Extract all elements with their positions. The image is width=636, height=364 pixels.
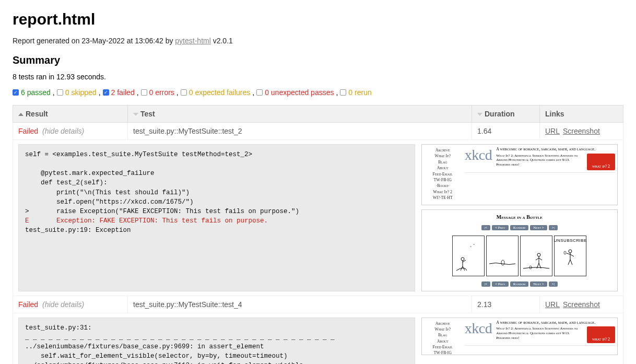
sort-icon (133, 113, 138, 116)
comic-nav: |< < Prev Random Next > >| (424, 225, 615, 230)
svg-line-18 (570, 254, 574, 256)
comic-panel (486, 236, 519, 276)
nav-last[interactable]: >| (549, 281, 558, 287)
col-links: Links (540, 105, 623, 123)
traceback: self = <examples.test_suite.MyTestSuite … (18, 144, 415, 291)
col-result[interactable]: Result (13, 105, 128, 123)
traceback: test_suite.py:31: _ _ _ _ _ _ _ _ _ _ _ … (18, 318, 415, 364)
whatif-badge: what if? 2 (587, 154, 615, 170)
screenshot-thumbnail[interactable]: ArchiveWhat If?BlagAboutFeed·EmailTW·FB·… (421, 318, 618, 355)
filter-skipped[interactable]: 0 skipped (65, 88, 97, 97)
link-screenshot[interactable]: Screenshot (563, 300, 600, 309)
col-duration-label: Duration (485, 110, 515, 118)
screenshot-thumbnail[interactable]: ArchiveWhat If?BlagAboutFeed·EmailTW·FB·… (421, 144, 618, 205)
pytest-html-link[interactable]: pytest-html (175, 37, 210, 45)
test-duration: 1.64 (472, 123, 540, 140)
col-duration[interactable]: Duration (472, 105, 540, 123)
svg-line-11 (539, 258, 542, 260)
report-meta: Report generated on 23-May-2022 at 13:06… (13, 37, 623, 45)
xkcd-subline: What If? 2: Additional Serious Scientifi… (496, 326, 585, 340)
col-test[interactable]: Test (128, 105, 472, 123)
col-links-label: Links (545, 110, 564, 118)
nav-next[interactable]: Next > (530, 281, 547, 287)
svg-point-7 (501, 260, 504, 265)
svg-point-0 (461, 257, 464, 261)
traceback-error: E Exception: FAKE EXCEPTION: This test f… (25, 217, 268, 225)
svg-line-17 (567, 253, 570, 254)
nav-first[interactable]: |< (481, 225, 490, 230)
svg-text:~: ~ (470, 245, 472, 248)
page-title: report.html (13, 10, 623, 28)
checkbox-expected[interactable] (181, 89, 187, 96)
hide-details-link[interactable]: (hide details) (42, 300, 84, 309)
meta-suffix: v2.0.1 (211, 37, 233, 45)
filter-expected-failures[interactable]: 0 expected failures (189, 88, 251, 97)
filter-bar: ✓ 6 passed, 0 skipped, ✓ 2 failed, 0 err… (13, 88, 623, 97)
screenshot-thumbnail[interactable]: Message in a Bottle |< < Prev Random Nex… (421, 209, 618, 291)
summary-heading: Summary (13, 54, 623, 66)
panel-text: UNSUBSCRIBE (554, 238, 587, 243)
comic-panel: ~~ (452, 236, 485, 276)
sort-asc-icon (18, 113, 23, 116)
checkbox-failed[interactable]: ✓ (103, 89, 109, 96)
svg-point-15 (569, 250, 572, 253)
comic-panel: UNSUBSCRIBE (554, 236, 586, 276)
filter-passed[interactable]: 6 passed (21, 88, 51, 97)
nav-first[interactable]: |< (481, 281, 490, 287)
nav-prev[interactable]: < Prev (492, 225, 509, 230)
filter-rerun[interactable]: 0 rerun (348, 88, 371, 97)
filter-failed[interactable]: 2 failed (111, 88, 135, 97)
xkcd-logo: xkcd (465, 147, 492, 163)
detail-row: test_suite.py:31: _ _ _ _ _ _ _ _ _ _ _ … (13, 313, 623, 364)
meta-prefix: Report generated on 23-May-2022 at 13:06… (13, 37, 175, 45)
link-url[interactable]: URL (545, 300, 560, 309)
filter-unexpected-passes[interactable]: 0 unexpected passes (265, 88, 334, 97)
comic-nav-bottom: |< < Prev Random Next > >| (424, 281, 615, 287)
nav-next[interactable]: Next > (530, 225, 547, 230)
col-test-label: Test (140, 110, 155, 118)
checkbox-errors[interactable] (141, 89, 147, 96)
svg-point-8 (537, 253, 540, 256)
svg-line-19 (568, 260, 570, 265)
link-screenshot[interactable]: Screenshot (563, 127, 600, 135)
status-badge: Failed (18, 300, 38, 309)
checkbox-unexpected[interactable] (256, 89, 263, 96)
comic-title: Message in a Bottle (424, 214, 615, 220)
xkcd-sidebar: ArchiveWhat If?BlagAboutFeed·EmailTW·FB·… (424, 147, 462, 203)
filter-errors[interactable]: 0 errors (149, 88, 174, 97)
table-row: Failed (hide details) test_suite.py::MyT… (13, 123, 623, 140)
comic-panel (520, 236, 552, 276)
comic-panels: ~~ UNSUBSCRIBE (424, 236, 615, 276)
test-name: test_suite.py::MyTestSuite::test_4 (128, 296, 472, 313)
test-name: test_suite.py::MyTestSuite::test_2 (128, 123, 472, 140)
xkcd-subline: What If? 2: Additional Serious Scientifi… (496, 154, 585, 167)
xkcd-sidebar: ArchiveWhat If?BlagAboutFeed·EmailTW·FB·… (424, 320, 462, 353)
nav-prev[interactable]: < Prev (492, 281, 509, 287)
checkbox-skipped[interactable] (57, 89, 63, 96)
hide-details-link[interactable]: (hide details) (42, 127, 84, 135)
checkbox-passed[interactable]: ✓ (13, 89, 19, 96)
xkcd-tagline: A webcomic of romance, sarcasm, math, an… (496, 320, 615, 325)
xkcd-logo: xkcd (465, 320, 492, 337)
table-row: Failed (hide details) test_suite.py::MyT… (13, 296, 623, 313)
svg-line-20 (570, 260, 572, 265)
col-result-label: Result (26, 110, 48, 118)
checkbox-rerun[interactable] (340, 89, 346, 96)
nav-random[interactable]: Random (510, 281, 529, 287)
tests-ran-line: 8 tests ran in 12.93 seconds. (13, 73, 623, 81)
sort-icon (477, 113, 482, 116)
xkcd-tagline: A webcomic of romance, sarcasm, math, an… (496, 147, 615, 152)
detail-row: self = <examples.test_suite.MyTestSuite … (13, 140, 623, 296)
svg-line-10 (536, 258, 539, 260)
results-table: Result Test Duration Links Failed (hide … (13, 105, 623, 364)
svg-point-21 (564, 251, 566, 254)
nav-random[interactable]: Random (510, 225, 529, 230)
nav-last[interactable]: >| (549, 225, 558, 230)
link-url[interactable]: URL (545, 127, 560, 135)
test-duration: 2.13 (472, 296, 540, 313)
svg-line-4 (463, 266, 465, 271)
svg-text:~: ~ (473, 243, 475, 246)
status-badge: Failed (18, 127, 38, 135)
whatif-badge: what if? 2 (587, 326, 615, 343)
